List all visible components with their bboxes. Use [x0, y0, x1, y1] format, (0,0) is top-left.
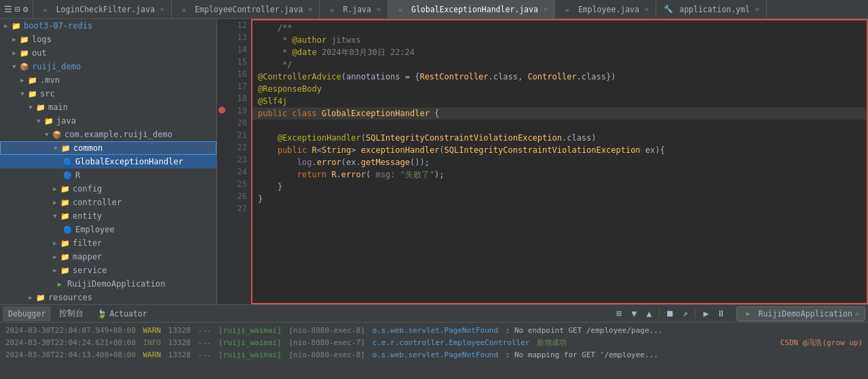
log-msg: : No endpoint GET /employee/page... — [501, 326, 662, 335]
layout-icon[interactable]: ⊟ — [15, 4, 20, 14]
toolbar-btn-7[interactable]: ⏸ — [715, 307, 727, 319]
arrow-icon: ▶ — [50, 238, 60, 248]
bottom-tab-bar: Debugger 控制台 🍃 Actuator ⊞ ▼ ▲ ⏹ ↗ ▶ ⏸ ▶ … — [0, 305, 868, 323]
sidebar-item-service[interactable]: ▶ 📁 service — [0, 264, 216, 277]
gutter-line-23: 23 — [217, 154, 251, 166]
log-level: WARN — [138, 350, 166, 359]
sidebar-label: out — [32, 48, 47, 58]
arrow-icon: ▼ — [26, 103, 35, 112]
tab-GlobalExceptionHandler[interactable]: ☕ GlobalExceptionHandler.java ✕ — [388, 0, 555, 18]
code-line-21: @ExceptionHandler(SQLIntegrityConstraint… — [252, 132, 867, 144]
sidebar-item-config[interactable]: ▶ 📁 config — [0, 182, 216, 196]
settings-icon[interactable]: ⚙ — [23, 4, 29, 14]
sidebar-item-ruiji_demo[interactable]: ▼ 📦 ruiji_demo — [0, 60, 216, 73]
code-line-13: * @author jitwxs — [252, 34, 867, 46]
sidebar-item-entity[interactable]: ▼ 📁 entity — [0, 209, 216, 223]
sidebar-item-main[interactable]: ▼ 📁 main — [0, 101, 216, 114]
editor-gutter: 12 13 14 15 16 17 18 19 20 21 22 23 24 2… — [217, 19, 251, 304]
tab-bar: ☰ ⊟ ⚙ ☕ LoginCheckFilter.java ✕ ☕ Employ… — [0, 0, 868, 19]
app-tab-close[interactable]: ✕ — [855, 310, 859, 317]
code-line-23: log.error(ex.getMessage()); — [252, 156, 867, 168]
toolbar-btn-5[interactable]: ↗ — [679, 307, 691, 319]
tab-LoginCheckFilter[interactable]: ☕ LoginCheckFilter.java ✕ — [33, 0, 172, 18]
sidebar-item-filter[interactable]: ▶ 📁 filter — [0, 236, 216, 250]
tab-Employee[interactable]: ☕ Employee.java ✕ — [555, 0, 656, 18]
folder-icon: 📁 — [19, 48, 30, 58]
log-msg: : No mapping for GET '/employee... — [501, 350, 658, 359]
sidebar-item-RuijiDemoApplication[interactable]: ▶ RuijiDemoApplication — [0, 277, 216, 291]
sidebar-label: main — [48, 103, 68, 112]
tab-close-icon[interactable]: ✕ — [377, 5, 381, 13]
editor-code-content[interactable]: /** * @author jitwxs * @date 2024年03月30日… — [251, 19, 868, 304]
tab-EmployeeController[interactable]: ☕ EmployeeController.java ✕ — [172, 0, 320, 18]
bottom-tab-console[interactable]: 控制台 — [54, 306, 89, 321]
tab-close-icon[interactable]: ✕ — [308, 5, 312, 13]
sidebar-item-controller[interactable]: ▶ 📁 controller — [0, 196, 216, 209]
arrow-icon: ▶ — [10, 35, 19, 44]
actuator-icon: 🍃 — [97, 309, 107, 319]
toolbar-btn-4[interactable]: ⏹ — [664, 307, 676, 319]
bottom-tab-actuator[interactable]: 🍃 Actuator — [92, 306, 152, 321]
sidebar-label: java — [56, 116, 76, 126]
code-line-16: @ControllerAdvice(annotations = {RestCon… — [252, 71, 867, 83]
sidebar-label: entity — [73, 211, 102, 221]
tab-label: GlobalExceptionHandler.java — [411, 5, 538, 14]
menu-icon[interactable]: ☰ — [4, 4, 12, 14]
log-separator: --- — [193, 326, 216, 335]
log-executor: [ruiji_waimai] — [219, 338, 282, 347]
separator — [659, 308, 660, 318]
sidebar-label: src — [40, 89, 55, 98]
folder-icon: 📁 — [43, 115, 54, 126]
sidebar-label: com.example.ruiji_demo — [64, 130, 172, 139]
bottom-tab-app[interactable]: ▶ RuijiDemoApplication ✕ — [736, 306, 865, 321]
gutter-line-21: 21 — [217, 129, 251, 141]
sidebar-item-out[interactable]: ▶ 📁 out — [0, 46, 216, 60]
toolbar-btn-6[interactable]: ▶ — [700, 307, 712, 319]
gutter-line-18: 18 — [217, 92, 251, 105]
bottom-tab-debugger[interactable]: Debugger — [3, 306, 51, 321]
arrow-icon: ▼ — [50, 211, 60, 221]
gutter-line-16: 16 — [217, 68, 251, 80]
log-class: c.e.r.controller.EmployeeController — [373, 338, 530, 347]
tab-application[interactable]: 🔧 application.yml ✕ — [656, 0, 767, 18]
log-executor: [ruiji_waimai] — [219, 326, 282, 335]
sidebar-item-mvn[interactable]: ▶ 📁 .mvn — [0, 73, 216, 87]
module-icon: 📁 — [11, 20, 22, 31]
tab-close-icon[interactable]: ✕ — [755, 5, 759, 13]
toolbar-btn-3[interactable]: ▲ — [643, 307, 655, 319]
folder-icon: 📁 — [27, 75, 38, 86]
sidebar-item-Employee[interactable]: 🔵 Employee — [0, 223, 216, 236]
tab-label: application.yml — [679, 5, 750, 14]
sidebar-item-java[interactable]: ▼ 📁 java — [0, 114, 216, 128]
tab-R[interactable]: ☕ R.java ✕ — [320, 0, 388, 18]
code-line-26: } — [252, 193, 867, 205]
sidebar-item-src[interactable]: ▼ 📁 src — [0, 87, 216, 101]
arrow-icon: ▶ — [50, 266, 60, 275]
tab-close-icon[interactable]: ✕ — [160, 5, 164, 13]
folder-icon: 📁 — [60, 265, 71, 276]
arrow-icon: ▶ — [50, 252, 60, 261]
code-line-25: } — [252, 181, 867, 193]
folder-icon: 📁 — [60, 238, 71, 249]
debugger-label: Debugger — [8, 309, 45, 319]
sidebar-item-mapper[interactable]: ▶ 📁 mapper — [0, 250, 216, 264]
sidebar-item-GlobalExceptionHandler[interactable]: 🔵 GlobalExceptionHandler — [0, 155, 216, 168]
log-line-1: 2024-03-30T22:04:07.949+08:00 WARN 13328… — [0, 324, 868, 336]
folder-icon: 📁 — [60, 211, 71, 221]
sidebar-item-boot3[interactable]: ▶ 📁 boot3-07-redis — [0, 19, 216, 33]
tab-close-icon[interactable]: ✕ — [544, 5, 548, 13]
folder-icon: 📁 — [35, 102, 46, 113]
sidebar-item-resources[interactable]: ▶ 📁 resources — [0, 291, 216, 304]
java-icon: ☕ — [395, 4, 406, 15]
sidebar-label: config — [73, 184, 102, 194]
arrow-icon: ▶ — [18, 75, 27, 85]
sidebar-item-common[interactable]: ▼ 📁 common — [0, 141, 216, 155]
sidebar-item-logs[interactable]: ▶ 📁 logs — [0, 33, 216, 46]
toolbar-btn-2[interactable]: ▼ — [628, 307, 640, 319]
sidebar-item-com_example[interactable]: ▼ 📦 com.example.ruiji_demo — [0, 128, 216, 141]
class-icon: 🔵 — [62, 170, 73, 181]
toolbar-btn-1[interactable]: ⊞ — [613, 307, 625, 319]
tab-close-icon[interactable]: ✕ — [645, 5, 649, 13]
code-line-24: return R.error( msg: "失败了"); — [252, 168, 867, 181]
sidebar-item-R[interactable]: 🔵 R — [0, 168, 216, 182]
